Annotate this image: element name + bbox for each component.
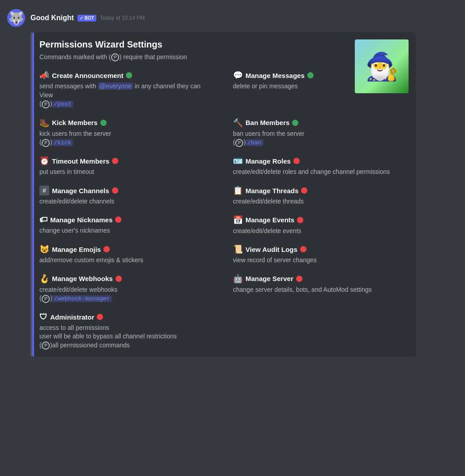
message-meta: Good Knight ✓ BOT Today at 10:14 PM (30, 14, 145, 22)
manage-server-status (296, 276, 302, 282)
create-announcement-status (126, 72, 132, 78)
timeout-members-status (112, 158, 118, 164)
everyone-mention: @everyone (98, 82, 133, 90)
manage-emojis-icon: 😺 (39, 244, 49, 254)
permission-manage-emojis: 😺 Manage Emojis add/remove custom emojis… (39, 244, 215, 265)
manage-roles-desc: create/edit/delete roles and change chan… (233, 168, 409, 177)
manage-webhooks-icon: 🪝 (39, 274, 49, 284)
manage-emojis-status (103, 246, 110, 252)
manage-channels-title: Manage Channels (52, 187, 109, 195)
create-announcement-desc: send messages with @everyone in any chan… (39, 82, 215, 108)
permission-manage-webhooks: 🪝 Manage Webhooks create/edit/delete web… (39, 274, 215, 303)
ban-members-title: Ban Members (245, 119, 289, 126)
permission-create-announcement: 📣 Create Announcement send messages with… (39, 70, 215, 108)
manage-roles-status (293, 158, 300, 164)
ban-members-icon: 🔨 (233, 118, 243, 128)
manage-nicknames-title: Manage Nicknames (50, 216, 112, 224)
timeout-members-desc: put users in timeout (39, 168, 215, 177)
embed-card: 🧙‍♂️ Permissions Wizard Settings Command… (30, 32, 416, 357)
manage-events-status (297, 217, 303, 223)
timeout-members-title: Timeout Members (52, 157, 109, 165)
p-symbol-kick: 𝓟 (42, 139, 50, 147)
avatar: 🐺 (7, 9, 25, 27)
manage-events-icon: 📅 (233, 215, 243, 225)
manage-emojis-desc: add/remove custom emojis & stickers (39, 256, 215, 265)
bot-name: Good Knight (30, 14, 74, 22)
ban-command: /ban (245, 139, 263, 146)
permission-manage-channels: # Manage Channels create/edit/delete cha… (39, 186, 215, 206)
manage-webhooks-desc: create/edit/delete webhooks (𝓟)/webhook-… (39, 286, 215, 303)
administrator-icon: 🛡 (39, 312, 47, 322)
manage-messages-icon: 💬 (233, 70, 243, 80)
permission-manage-events: 📅 Manage Events create/edit/delete event… (233, 215, 409, 236)
embed-title: Permissions Wizard Settings (39, 39, 409, 50)
permission-manage-roles: 🪪 Manage Roles create/edit/delete roles … (233, 156, 409, 177)
bot-badge: ✓ BOT (78, 15, 96, 22)
kick-members-desc: kick users from the server (𝓟)/kick (39, 130, 215, 147)
manage-server-desc: change server details, bots, and AutoMod… (233, 286, 409, 294)
chat-area: 🐺 Good Knight ✓ BOT Today at 10:14 PM 🧙‍… (0, 0, 465, 476)
timestamp: Today at 10:14 PM (100, 15, 145, 21)
manage-events-title: Manage Events (245, 216, 294, 224)
permission-manage-nicknames: 🏷 Manage Nicknames change user's nicknam… (39, 215, 215, 236)
p-symbol-webhook: 𝓟 (42, 295, 50, 303)
manage-server-icon: 🤖 (233, 274, 243, 284)
ban-members-desc: ban users from the server (𝓟)/ban (233, 130, 409, 147)
permission-timeout-members: ⏰ Timeout Members put users in timeout (39, 156, 215, 177)
post-command: /post (52, 101, 73, 108)
view-audit-logs-desc: view record of server changes (233, 256, 409, 265)
manage-nicknames-status (115, 216, 121, 223)
view-audit-logs-icon: 📜 (233, 244, 243, 254)
manage-messages-status (307, 72, 314, 78)
manage-threads-status (301, 187, 307, 194)
manage-channels-status (112, 187, 118, 194)
manage-messages-title: Manage Messages (245, 72, 305, 79)
create-announcement-title: Create Announcement (52, 72, 123, 79)
create-announcement-icon: 📣 (39, 70, 49, 80)
manage-server-title: Manage Server (245, 275, 293, 282)
embed-subtitle: Commands marked with (𝓟) require that pe… (39, 53, 409, 61)
kick-members-title: Kick Members (52, 119, 98, 126)
permission-ban-members: 🔨 Ban Members ban users from the server … (233, 118, 409, 147)
view-audit-logs-title: View Audit Logs (245, 246, 297, 253)
webhook-command: /webhook-manager (52, 295, 112, 302)
manage-threads-title: Manage Threads (245, 187, 298, 195)
permission-administrator: 🛡 Administrator access to all permission… (39, 312, 215, 350)
checkmark-icon: ✓ (80, 16, 83, 21)
embed-border (32, 32, 34, 357)
timeout-members-icon: ⏰ (39, 156, 49, 166)
manage-nicknames-icon: 🏷 (39, 215, 47, 225)
manage-webhooks-title: Manage Webhooks (52, 275, 113, 282)
manage-roles-title: Manage Roles (245, 157, 291, 165)
message-header: 🐺 Good Knight ✓ BOT Today at 10:14 PM (0, 0, 465, 30)
manage-threads-desc: create/edit/delete threads (233, 197, 409, 206)
embed-thumbnail: 🧙‍♂️ (355, 39, 409, 93)
manage-threads-icon: 📋 (233, 186, 243, 195)
p-symbol-post: 𝓟 (42, 100, 50, 108)
administrator-title: Administrator (50, 313, 94, 321)
kick-members-icon: 🥾 (39, 118, 49, 128)
bot-badge-label: BOT (85, 16, 94, 21)
manage-channels-desc: create/edit/delete channels (39, 197, 215, 206)
manage-nicknames-desc: change user's nicknames (39, 226, 215, 235)
permissions-grid: 📣 Create Announcement send messages with… (39, 70, 409, 350)
manage-channels-icon: # (39, 186, 49, 195)
permission-manage-server: 🤖 Manage Server change server details, b… (233, 274, 409, 303)
manage-roles-icon: 🪪 (233, 156, 243, 166)
administrator-status (97, 314, 103, 320)
p-symbol-admin: 𝓟 (42, 342, 50, 350)
ban-members-status (292, 120, 298, 126)
manage-events-desc: create/edit/delete events (233, 227, 409, 236)
message-content: 🧙‍♂️ Permissions Wizard Settings Command… (0, 30, 465, 364)
kick-members-status (100, 120, 107, 126)
p-symbol-ban: 𝓟 (235, 139, 243, 147)
p-symbol: 𝓟 (111, 53, 119, 61)
administrator-desc: access to all permissions user will be a… (39, 324, 215, 350)
permission-view-audit-logs: 📜 View Audit Logs view record of server … (233, 244, 409, 265)
manage-webhooks-status (116, 276, 122, 282)
wizard-illustration: 🧙‍♂️ (365, 51, 399, 82)
manage-emojis-title: Manage Emojis (52, 246, 101, 253)
permission-kick-members: 🥾 Kick Members kick users from the serve… (39, 118, 215, 147)
permission-manage-threads: 📋 Manage Threads create/edit/delete thre… (233, 186, 409, 206)
view-audit-logs-status (300, 246, 306, 252)
